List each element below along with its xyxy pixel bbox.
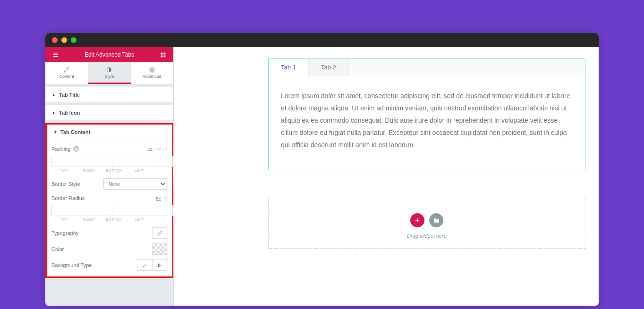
border-radius-control-header: Border Radius PX % <box>51 195 167 201</box>
widget-tab-headers: Tab 1 Tab 2 <box>269 59 585 76</box>
app-body: Edit Advanced Tabs Content Style <box>45 47 599 306</box>
widget-tab-2[interactable]: Tab 2 <box>309 59 349 76</box>
color-row: Color <box>51 243 167 255</box>
template-library-button[interactable] <box>429 213 443 227</box>
unit-em[interactable]: EM <box>155 147 161 151</box>
padding-right-input[interactable] <box>112 156 172 167</box>
background-type-row: Background Type <box>51 259 167 271</box>
unit-px[interactable]: PX <box>147 147 153 151</box>
advanced-tabs-widget[interactable]: Tab 1 Tab 2 Lorem ipsum dolor sit amet, … <box>268 58 585 170</box>
padding-label: Padding <box>51 146 70 152</box>
minimize-dot[interactable] <box>61 37 67 43</box>
window-titlebar <box>45 33 599 47</box>
tab-style-label: Style <box>104 74 114 79</box>
svg-rect-11 <box>160 263 161 267</box>
color-swatch[interactable] <box>152 243 167 255</box>
add-section-button[interactable] <box>410 213 424 227</box>
svg-point-8 <box>151 69 153 71</box>
typography-edit-button[interactable] <box>152 227 167 239</box>
unit-pct[interactable]: % <box>164 196 167 200</box>
padding-dim-labels: TOP RIGHT BOTTOM LEFT <box>51 168 167 173</box>
typography-row: Typography <box>51 227 167 239</box>
unit-pct[interactable]: % <box>164 147 167 151</box>
app-window: Edit Advanced Tabs Content Style <box>45 33 599 306</box>
widget-tab-1[interactable]: Tab 1 <box>269 59 309 76</box>
bg-type-gradient-button[interactable] <box>152 259 167 271</box>
border-radius-label: Border Radius <box>51 195 85 201</box>
caret-right-icon: ▸ <box>53 92 55 97</box>
padding-right-label: RIGHT <box>76 168 102 173</box>
sidebar-title: Edit Advanced Tabs <box>60 51 158 58</box>
border-style-label: Border Style <box>51 181 103 187</box>
border-style-select[interactable]: None <box>103 178 167 190</box>
section-tab-content-label: Tab Content <box>60 129 90 135</box>
tab-content-label: Content <box>59 74 74 79</box>
tab-advanced-label: Advanced <box>143 74 161 79</box>
contrast-icon <box>88 67 130 73</box>
svg-rect-3 <box>161 52 162 54</box>
caret-right-icon: ▸ <box>53 110 55 115</box>
radius-right-label: RIGHT <box>76 217 102 222</box>
padding-top-label: TOP <box>51 168 76 173</box>
svg-rect-6 <box>163 55 165 57</box>
padding-left-label: LEFT <box>127 168 152 173</box>
section-tab-title[interactable]: ▸ Tab Title <box>45 87 173 102</box>
background-type-label: Background Type <box>51 262 92 268</box>
apps-icon[interactable] <box>158 50 168 59</box>
border-radius-units: PX % <box>156 196 167 200</box>
svg-rect-10 <box>159 263 160 267</box>
tab-content-panel-body: Padding ⊟ PX EM % <box>47 140 172 276</box>
close-dot[interactable] <box>52 37 58 43</box>
unit-px[interactable]: PX <box>156 196 161 200</box>
section-tab-icon[interactable]: ▸ Tab Icon <box>45 105 173 120</box>
color-label: Color <box>51 246 64 252</box>
dropzone-text: Drag widget here <box>269 233 585 239</box>
border-style-row: Border Style None <box>51 178 167 190</box>
gear-icon <box>131 67 173 73</box>
section-tab-content[interactable]: ▾ Tab Content <box>47 125 172 140</box>
add-section-dropzone[interactable]: Drag widget here <box>268 197 585 249</box>
editor-canvas: Tab 1 Tab 2 Lorem ipsum dolor sit amet, … <box>174 47 599 306</box>
sidebar-header: Edit Advanced Tabs <box>45 47 173 62</box>
sidebar-tabs: Content Style Advanced <box>45 62 173 84</box>
responsive-icon[interactable]: ⊟ <box>73 146 79 152</box>
svg-rect-9 <box>158 263 159 267</box>
border-radius-inputs <box>51 205 167 216</box>
radius-right-input[interactable] <box>112 205 172 216</box>
padding-bottom-label: BOTTOM <box>102 168 127 173</box>
background-type-toggle <box>137 259 167 271</box>
border-radius-dim-labels: TOP RIGHT BOTTOM LEFT <box>51 217 167 222</box>
svg-rect-4 <box>163 52 165 54</box>
widget-tab-content: Lorem ipsum dolor sit amet, consectetur … <box>269 76 585 170</box>
menu-icon[interactable] <box>51 50 60 59</box>
editor-sidebar: Edit Advanced Tabs Content Style <box>45 47 174 306</box>
section-tab-icon-label: Tab Icon <box>59 110 80 116</box>
radius-top-input[interactable] <box>51 205 112 216</box>
tab-style-panel[interactable]: Style <box>88 62 130 84</box>
caret-down-icon: ▾ <box>54 130 57 134</box>
radius-bottom-label: BOTTOM <box>102 217 127 222</box>
padding-control-header: Padding ⊟ PX EM % <box>51 146 167 152</box>
padding-units: PX EM % <box>147 147 167 151</box>
tab-advanced-panel[interactable]: Advanced <box>131 62 173 84</box>
padding-top-input[interactable] <box>51 156 112 167</box>
radius-top-label: TOP <box>51 217 76 222</box>
svg-rect-5 <box>161 55 162 57</box>
tab-content-panel[interactable]: Content <box>45 62 88 84</box>
dropzone-buttons <box>269 213 585 227</box>
maximize-dot[interactable] <box>71 37 76 43</box>
pencil-icon <box>45 67 88 73</box>
highlighted-section: ▾ Tab Content Padding ⊟ PX EM % <box>45 123 173 278</box>
radius-left-label: LEFT <box>127 217 152 222</box>
section-tab-title-label: Tab Title <box>59 92 80 98</box>
bg-type-classic-button[interactable] <box>137 259 152 271</box>
padding-inputs <box>51 156 167 167</box>
typography-label: Typography <box>51 230 78 236</box>
